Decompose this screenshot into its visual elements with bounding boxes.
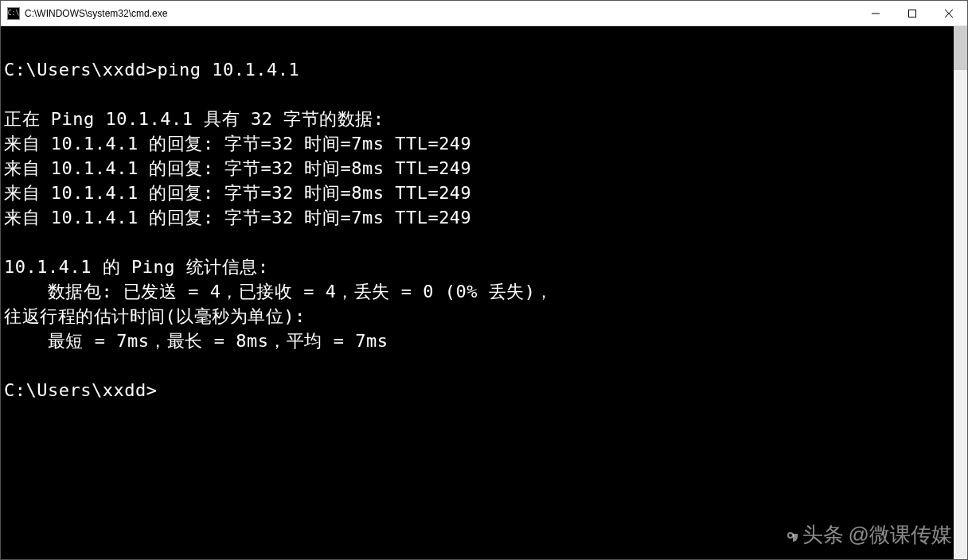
maximize-button[interactable] bbox=[894, 1, 931, 25]
stats-header: 10.1.4.1 的 Ping 统计信息: bbox=[4, 257, 268, 277]
ping-reply: 来自 10.1.4.1 的回复: 字节=32 时间=8ms TTL=249 bbox=[4, 158, 471, 178]
prompt-line: C:\Users\xxdd> bbox=[4, 380, 157, 400]
prompt-line: C:\Users\xxdd>ping 10.1.4.1 bbox=[4, 60, 299, 80]
window-controls bbox=[857, 1, 967, 25]
minimize-button[interactable] bbox=[857, 1, 894, 25]
terminal-output[interactable]: C:\Users\xxdd>ping 10.1.4.1 正在 Ping 10.1… bbox=[1, 26, 954, 559]
close-icon bbox=[945, 10, 953, 18]
rtt-header: 往返行程的估计时间(以毫秒为单位): bbox=[4, 306, 306, 326]
minimize-icon bbox=[872, 10, 880, 18]
terminal-wrap: C:\Users\xxdd>ping 10.1.4.1 正在 Ping 10.1… bbox=[1, 26, 967, 559]
vertical-scrollbar[interactable] bbox=[954, 26, 967, 559]
packets-line: 数据包: 已发送 = 4，已接收 = 4，丢失 = 0 (0% 丢失)， bbox=[4, 282, 553, 301]
cmd-window: C:\ C:\WINDOWS\system32\cmd.exe C:\Users… bbox=[0, 0, 968, 560]
ping-header: 正在 Ping 10.1.4.1 具有 32 字节的数据: bbox=[4, 109, 384, 129]
ping-reply: 来自 10.1.4.1 的回复: 字节=32 时间=8ms TTL=249 bbox=[4, 183, 471, 203]
svg-rect-1 bbox=[909, 10, 916, 17]
rtt-line: 最短 = 7ms，最长 = 8ms，平均 = 7ms bbox=[4, 331, 388, 351]
cmd-icon: C:\ bbox=[7, 7, 20, 20]
window-title: C:\WINDOWS\system32\cmd.exe bbox=[25, 8, 857, 19]
ping-reply: 来自 10.1.4.1 的回复: 字节=32 时间=7ms TTL=249 bbox=[4, 134, 471, 154]
close-button[interactable] bbox=[931, 1, 967, 25]
titlebar[interactable]: C:\ C:\WINDOWS\system32\cmd.exe bbox=[1, 1, 967, 26]
maximize-icon bbox=[908, 10, 916, 18]
scrollbar-thumb[interactable] bbox=[954, 26, 967, 70]
ping-reply: 来自 10.1.4.1 的回复: 字节=32 时间=7ms TTL=249 bbox=[4, 208, 471, 228]
